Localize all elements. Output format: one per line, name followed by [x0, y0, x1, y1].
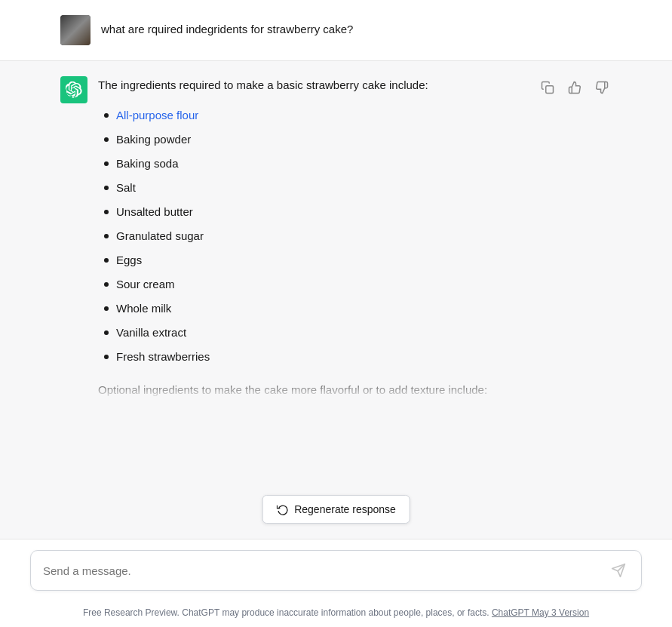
- bullet-icon: [104, 113, 109, 118]
- user-avatar: [60, 15, 91, 45]
- chatgpt-logo-icon: [66, 81, 82, 98]
- thumbs-down-button[interactable]: [592, 78, 612, 97]
- bullet-icon: [104, 306, 109, 311]
- bullet-icon: [104, 330, 109, 335]
- message-input[interactable]: [43, 564, 608, 577]
- ai-message-content: The ingredients required to make a basic…: [98, 76, 527, 399]
- bullet-icon: [104, 210, 109, 214]
- bullet-icon: [104, 186, 109, 190]
- ingredient-item: Eggs: [98, 248, 527, 272]
- ingredient-item: Fresh strawberries: [98, 345, 527, 369]
- footer: Free Research Preview. ChatGPT may produ…: [0, 601, 672, 627]
- ingredient-text: Whole milk: [116, 300, 171, 318]
- ingredient-text: Sour cream: [116, 275, 175, 294]
- footer-link[interactable]: ChatGPT May 3 Version: [492, 607, 589, 618]
- ingredient-text: Unsalted butter: [116, 203, 193, 221]
- regenerate-icon: [276, 503, 288, 515]
- ingredient-item: Baking soda: [98, 152, 527, 176]
- optional-text-container: Optional ingredients to make the cake mo…: [98, 381, 527, 399]
- ai-message-row: The ingredients required to make a basic…: [0, 61, 672, 539]
- user-avatar-image: [60, 15, 91, 45]
- ai-actions: [538, 76, 612, 97]
- ai-avatar: [60, 76, 87, 103]
- bullet-icon: [104, 137, 109, 142]
- ingredient-item: All-purpose flour: [98, 103, 527, 128]
- ingredient-item: Salt: [98, 176, 527, 200]
- ingredient-item: Unsalted butter: [98, 200, 527, 224]
- bullet-icon: [104, 161, 109, 166]
- ingredient-item: Granulated sugar: [98, 224, 527, 248]
- ingredient-text: Eggs: [116, 251, 142, 269]
- ingredient-text: Salt: [116, 179, 136, 197]
- ingredient-item: Whole milk: [98, 297, 527, 321]
- ingredient-text: Vanilla extract: [116, 324, 186, 342]
- ingredient-item: Baking powder: [98, 128, 527, 152]
- ingredient-text: All-purpose flour: [116, 106, 198, 124]
- ai-message-intro: The ingredients required to make a basic…: [98, 76, 527, 94]
- bullet-icon: [104, 355, 109, 359]
- svg-rect-0: [546, 86, 554, 94]
- ingredient-text: Granulated sugar: [116, 227, 204, 245]
- ai-message-optional: Optional ingredients to make the cake mo…: [98, 381, 527, 399]
- user-message-row: what are rquired indegridents for strawb…: [0, 0, 672, 60]
- optional-intro-text: Optional ingredients to make the cake mo…: [98, 383, 487, 396]
- regenerate-container: Regenerate response: [262, 495, 410, 524]
- ingredient-text: Baking powder: [116, 131, 191, 149]
- thumbs-up-icon: [568, 81, 581, 94]
- bullet-icon: [104, 282, 109, 287]
- copy-button[interactable]: [538, 78, 557, 97]
- user-message-text: what are rquired indegridents for strawb…: [101, 15, 353, 38]
- send-icon: [611, 563, 626, 578]
- send-button[interactable]: [608, 560, 629, 581]
- ingredient-text: Fresh strawberries: [116, 348, 210, 366]
- bullet-icon: [104, 258, 109, 263]
- bullet-icon: [104, 234, 109, 238]
- ingredient-item: Sour cream: [98, 272, 527, 297]
- input-wrapper: [30, 550, 642, 591]
- ingredient-item: Vanilla extract: [98, 321, 527, 345]
- regenerate-button[interactable]: Regenerate response: [262, 495, 410, 524]
- chat-container: what are rquired indegridents for strawb…: [0, 0, 672, 539]
- ingredient-list: All-purpose flourBaking powderBaking sod…: [98, 103, 527, 369]
- regenerate-label: Regenerate response: [294, 503, 396, 515]
- ingredient-text: Baking soda: [116, 155, 179, 173]
- copy-icon: [541, 81, 554, 94]
- thumbs-down-icon: [595, 81, 609, 94]
- thumbs-up-button[interactable]: [565, 78, 585, 97]
- footer-text: Free Research Preview. ChatGPT may produ…: [83, 607, 489, 618]
- input-area: [0, 539, 672, 601]
